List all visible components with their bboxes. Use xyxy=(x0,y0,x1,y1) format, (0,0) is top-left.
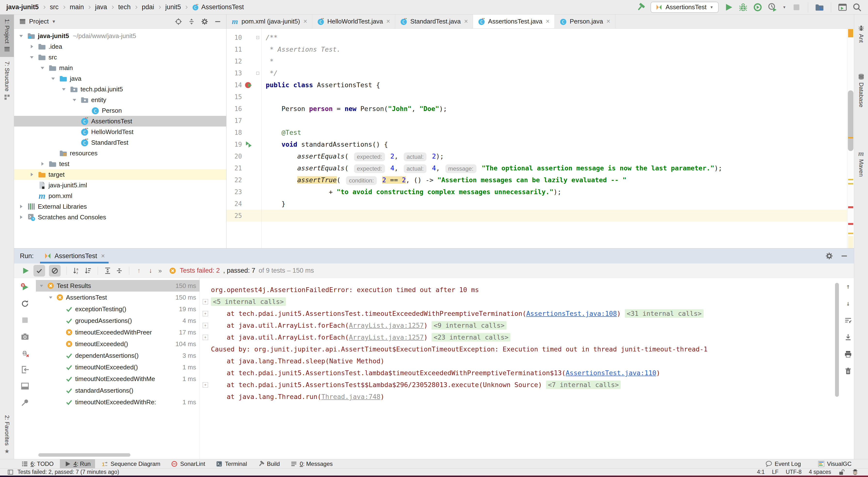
tree-item-person[interactable]: CPerson xyxy=(14,105,226,116)
stripe-mark-orange[interactable] xyxy=(848,29,853,37)
tool-window-button-1-project[interactable]: 1: Project xyxy=(0,14,14,57)
editor-scrollbar-thumb[interactable] xyxy=(848,90,854,151)
breadcrumb-item-java-junit5[interactable]: java-junit5 xyxy=(6,3,39,11)
tool-button-sonarlint[interactable]: SonarLint xyxy=(166,459,210,468)
tree-item-external-libraries[interactable]: External Libraries xyxy=(14,201,226,212)
status-widget[interactable]: 4 spaces xyxy=(809,469,831,475)
run-button[interactable] xyxy=(724,3,733,12)
status-widget[interactable]: LF xyxy=(772,469,778,475)
project-panel-title[interactable]: Project xyxy=(29,18,49,25)
tree-item-assertionstest[interactable]: CAssertionsTest xyxy=(14,116,226,127)
fold-expander[interactable]: + xyxy=(200,323,211,328)
tree-item-resources[interactable]: resources xyxy=(14,148,226,159)
panel-button[interactable] xyxy=(21,382,29,390)
stripe-mark-red[interactable] xyxy=(848,223,853,225)
tree-collapse-icon[interactable] xyxy=(28,43,35,50)
tool-button-terminal[interactable]: Terminal xyxy=(211,459,251,468)
hide-button[interactable] xyxy=(840,252,848,260)
settings-button[interactable] xyxy=(201,18,208,25)
slash-toggle-button[interactable] xyxy=(49,265,61,277)
tree-collapse-icon[interactable] xyxy=(39,161,46,167)
tree-item-test[interactable]: test xyxy=(14,159,226,169)
sort-alpha-button[interactable]: az xyxy=(72,267,80,275)
stripe-mark-orange[interactable] xyxy=(848,137,853,138)
window-panel-icon[interactable] xyxy=(7,469,13,475)
test-item-timeoutnotexceeded[interactable]: timeoutNotExceeded()1 ms xyxy=(36,361,199,373)
run-coverage-button[interactable] xyxy=(753,3,762,12)
run-tab[interactable]: AssertionsTest × xyxy=(40,249,108,263)
tool-window-button-2-favorites[interactable]: 2: Favorites★ xyxy=(0,411,14,459)
tree-item-tech-pdai-junit5[interactable]: tech.pdai.junit5 xyxy=(14,84,226,95)
collapse-all-button[interactable] xyxy=(116,267,123,275)
tool-window-button-7-structure[interactable]: 7: Structure xyxy=(0,57,14,105)
bug-x-button[interactable] xyxy=(21,349,29,357)
hide-button[interactable] xyxy=(214,18,221,25)
stripe-mark-yellow[interactable] xyxy=(848,233,853,234)
breadcrumb-item-assertionstest[interactable]: CAssertionsTest xyxy=(192,3,244,11)
tree-collapse-icon[interactable] xyxy=(18,203,25,210)
test-item-dependentassertions[interactable]: dependentAssertions()3 ms xyxy=(36,350,199,361)
test-item-timeoutexceededwithpreer[interactable]: timeoutExceededWithPreer17 ms xyxy=(36,326,199,338)
tab-close-icon[interactable]: × xyxy=(607,18,610,25)
test-item-timeoutnotexceededwithre[interactable]: timeoutNotExceededWithRe:1 ms xyxy=(36,396,199,408)
chevron-down-icon[interactable]: ▼ xyxy=(52,20,56,24)
status-widget[interactable]: UTF-8 xyxy=(786,469,802,475)
editor-tab-pom-xml-java-junit5[interactable]: mpom.xml (java-junit5)× xyxy=(226,14,312,28)
stack-trace-link[interactable]: ArrayList.java:1257 xyxy=(349,322,424,329)
breadcrumb-item-pdai[interactable]: pdai xyxy=(142,3,154,11)
refresh-button[interactable] xyxy=(21,299,29,308)
stack-trace-link[interactable]: ArrayList.java:1257 xyxy=(349,333,424,341)
tool-button-build[interactable]: Build xyxy=(253,459,284,468)
tree-item-standardtest[interactable]: CStandardTest xyxy=(14,137,226,148)
tree-expand-icon[interactable] xyxy=(28,54,35,60)
breadcrumb-item-tech[interactable]: tech xyxy=(118,3,131,11)
tree-item-idea[interactable]: .idea xyxy=(14,41,226,52)
scroll-end-button[interactable] xyxy=(844,333,852,341)
test-item-test-results[interactable]: Test Results150 ms xyxy=(36,280,199,292)
horizontal-scrollbar-thumb[interactable] xyxy=(38,453,130,457)
tool-button-sequence-diagram[interactable]: 1Sequence Diagram xyxy=(97,459,165,468)
tool-window-button-database[interactable]: Database xyxy=(854,69,868,112)
test-item-timeoutexceeded[interactable]: timeoutExceeded()104 ms xyxy=(36,338,199,350)
breadcrumb-item-junit5[interactable]: junit5 xyxy=(165,3,181,11)
tool-button-0-messages[interactable]: 0: Messages xyxy=(286,459,337,468)
tree-expand-icon[interactable] xyxy=(50,75,57,82)
settings-button[interactable] xyxy=(825,252,833,260)
nav-down-button[interactable]: ↓ xyxy=(147,267,154,275)
sort-time-button[interactable] xyxy=(84,267,92,275)
stop-button[interactable] xyxy=(21,316,29,324)
tree-expand-icon[interactable] xyxy=(39,65,46,71)
breadcrumb-item-src[interactable]: src xyxy=(50,3,59,11)
run-button[interactable] xyxy=(21,266,30,275)
soft-wrap-button[interactable] xyxy=(844,316,852,324)
tree-expand-icon[interactable] xyxy=(60,86,67,92)
editor-tab-person-java[interactable]: CPerson.java× xyxy=(555,14,615,28)
error-stripe[interactable] xyxy=(847,29,854,248)
scroll-down-button[interactable]: ↓ xyxy=(844,299,852,307)
code-area[interactable]: 10/**11 * Assertions Test.12 *13 */14pub… xyxy=(226,29,847,248)
tool-window-button-ant[interactable]: Ant xyxy=(854,20,868,47)
tool-button-visualgc[interactable]: VisualGC xyxy=(813,460,856,467)
tree-item-src[interactable]: src xyxy=(14,52,226,63)
tree-item-pom-xml[interactable]: mpom.xml xyxy=(14,191,226,201)
expand-box-icon[interactable]: + xyxy=(203,323,208,328)
locate-button[interactable] xyxy=(175,18,182,25)
terminal-run-button[interactable] xyxy=(838,3,847,12)
fold-expander[interactable]: + xyxy=(200,335,211,340)
check-toggle-button[interactable] xyxy=(33,265,45,277)
expand-collapse-button[interactable] xyxy=(188,18,195,25)
tool-button-event-log[interactable]: Event Log xyxy=(761,460,805,467)
fold-expander[interactable]: + xyxy=(200,382,211,387)
tree-expand-icon[interactable] xyxy=(18,33,25,39)
console-scrollbar-thumb[interactable] xyxy=(835,283,839,397)
stack-trace-link[interactable]: AssertionsTest.java:110 xyxy=(566,369,656,377)
stop-button[interactable] xyxy=(792,3,801,12)
tree-item-java-junit5[interactable]: java-junit5~/pdai/www/java-junit5 xyxy=(14,31,226,41)
test-item-groupedassertions[interactable]: groupedAssertions()4 ms xyxy=(36,315,199,326)
editor-tab-standardtest-java[interactable]: CStandardTest.java× xyxy=(395,14,473,28)
tab-close-icon[interactable]: × xyxy=(303,18,307,25)
console-output[interactable]: org.opentest4j.AssertionFailedError: exe… xyxy=(200,278,854,459)
run-class-failed-icon[interactable] xyxy=(243,81,254,89)
profiler-button[interactable] xyxy=(768,3,777,12)
stack-trace-link[interactable]: Thread.java:748 xyxy=(321,393,380,401)
